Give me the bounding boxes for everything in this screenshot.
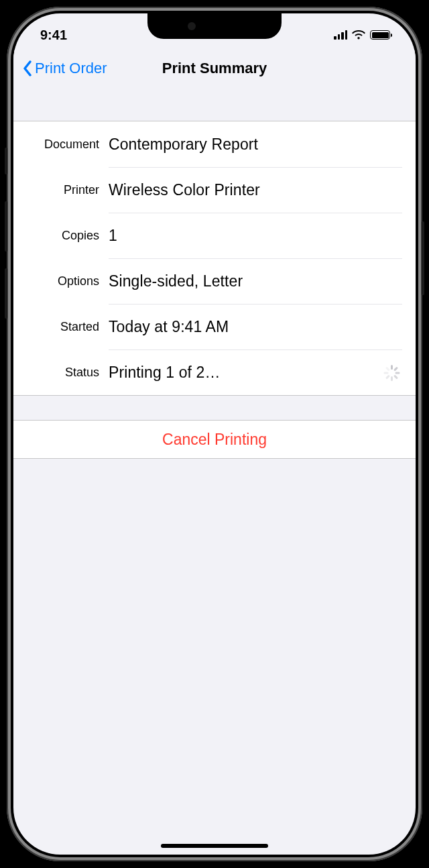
page-title: Print Summary (162, 60, 267, 77)
iphone-frame: 9:41 Print Order Print Summary (7, 7, 422, 861)
cancel-printing-button[interactable]: Cancel Printing (13, 421, 416, 458)
chevron-left-icon (23, 60, 32, 76)
row-started: Started Today at 9:41 AM (13, 304, 416, 349)
row-document: Document Contemporary Report (13, 121, 416, 167)
power-button (422, 221, 424, 295)
actions-group: Cancel Printing (13, 420, 416, 459)
status-right (334, 30, 390, 40)
row-copies: Copies 1 (13, 213, 416, 258)
row-printer: Printer Wireless Color Printer (13, 167, 416, 213)
volume-down-button (5, 268, 7, 319)
navigation-bar: Print Order Print Summary (13, 50, 416, 87)
label-document: Document (27, 138, 109, 152)
wifi-icon (352, 30, 365, 40)
value-document: Contemporary Report (109, 135, 258, 154)
row-status: Status Printing 1 of 2… (13, 349, 416, 395)
value-copies: 1 (109, 227, 117, 245)
screen: 9:41 Print Order Print Summary (13, 13, 416, 855)
volume-up-button (5, 201, 7, 252)
content: Document Contemporary Report Printer Wir… (13, 87, 416, 459)
label-copies: Copies (27, 229, 109, 243)
value-started: Today at 9:41 AM (109, 318, 229, 336)
mute-switch (5, 148, 7, 174)
label-printer: Printer (27, 183, 109, 197)
back-button-label: Print Order (35, 60, 107, 77)
label-started: Started (27, 320, 109, 334)
details-group: Document Contemporary Report Printer Wir… (13, 121, 416, 396)
label-status: Status (27, 366, 109, 380)
label-options: Options (27, 274, 109, 288)
value-status: Printing 1 of 2… (109, 364, 221, 382)
status-time: 9:41 (40, 28, 67, 43)
back-button[interactable]: Print Order (23, 60, 107, 77)
row-options: Options Single-sided, Letter (13, 258, 416, 304)
home-indicator[interactable] (161, 844, 268, 848)
cellular-signal-icon (334, 30, 347, 40)
battery-icon (370, 30, 390, 40)
value-options: Single-sided, Letter (109, 272, 243, 290)
activity-spinner-icon (383, 365, 400, 381)
value-printer: Wireless Color Printer (109, 181, 260, 199)
notch (147, 13, 282, 39)
